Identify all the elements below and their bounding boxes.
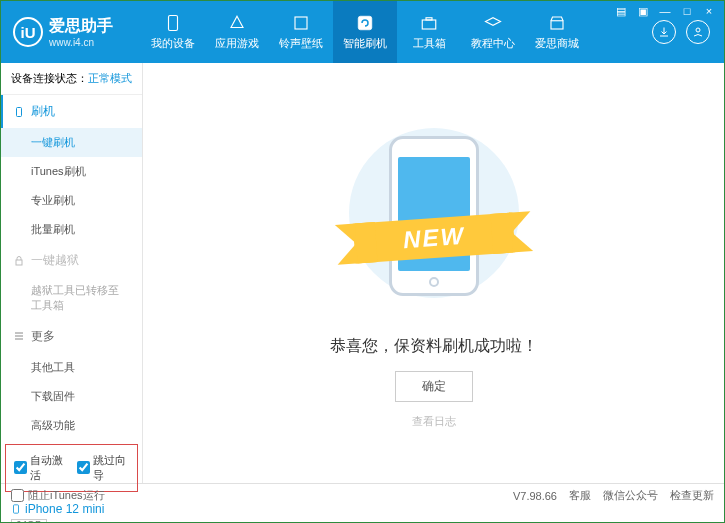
checkbox-label: 自动激活 bbox=[30, 453, 67, 483]
section-label: 一键越狱 bbox=[31, 252, 79, 269]
svg-rect-0 bbox=[169, 16, 178, 31]
nav-my-device[interactable]: 我的设备 bbox=[141, 1, 205, 63]
app-name: 爱思助手 bbox=[49, 16, 113, 37]
menu-icon[interactable]: ▤ bbox=[614, 5, 628, 18]
user-button[interactable] bbox=[686, 20, 710, 44]
phone-icon bbox=[11, 502, 21, 516]
success-message: 恭喜您，保资料刷机成功啦！ bbox=[330, 336, 538, 357]
svg-rect-7 bbox=[17, 107, 22, 116]
checkbox-auto-activate[interactable]: 自动激活 bbox=[14, 453, 67, 483]
wechat-link[interactable]: 微信公众号 bbox=[603, 488, 658, 503]
window-controls: ▤ ▣ — □ × bbox=[614, 5, 716, 18]
section-label: 刷机 bbox=[31, 103, 55, 120]
ok-button[interactable]: 确定 bbox=[395, 371, 473, 402]
sidebar-section-more[interactable]: 更多 bbox=[1, 320, 142, 353]
nav-label: 应用游戏 bbox=[215, 36, 259, 51]
svg-rect-8 bbox=[16, 260, 22, 265]
content-area: NEW 恭喜您，保资料刷机成功啦！ 确定 查看日志 bbox=[143, 63, 724, 483]
logo-icon: iU bbox=[13, 17, 43, 47]
skin-icon[interactable]: ▣ bbox=[636, 5, 650, 18]
nav-label: 爱思商城 bbox=[535, 36, 579, 51]
section-label: 更多 bbox=[31, 328, 55, 345]
status-label: 设备连接状态： bbox=[11, 72, 88, 84]
app-header: ▤ ▣ — □ × iU 爱思助手 www.i4.cn 我的设备 应用游戏 铃声… bbox=[1, 1, 724, 63]
minimize-icon[interactable]: — bbox=[658, 5, 672, 18]
sidebar-item-itunes-flash[interactable]: iTunes刷机 bbox=[1, 157, 142, 186]
svg-rect-1 bbox=[295, 17, 307, 29]
options-row: 自动激活 跳过向导 bbox=[5, 444, 138, 492]
svg-rect-4 bbox=[426, 18, 432, 20]
apps-icon bbox=[227, 13, 247, 33]
maximize-icon[interactable]: □ bbox=[680, 5, 694, 18]
nav-smart-flash[interactable]: 智能刷机 bbox=[333, 1, 397, 63]
logo-area: iU 爱思助手 www.i4.cn bbox=[1, 1, 141, 63]
sidebar-item-other-tools[interactable]: 其他工具 bbox=[1, 353, 142, 382]
main-area: 设备连接状态：正常模式 刷机 一键刷机 iTunes刷机 专业刷机 批量刷机 一… bbox=[1, 63, 724, 483]
svg-rect-3 bbox=[422, 20, 436, 29]
nav-tutorials[interactable]: 教程中心 bbox=[461, 1, 525, 63]
footer-right: V7.98.66 客服 微信公众号 检查更新 bbox=[513, 488, 714, 503]
jailbreak-note: 越狱工具已转移至 工具箱 bbox=[1, 277, 142, 320]
toolbox-icon bbox=[419, 13, 439, 33]
nav-label: 铃声壁纸 bbox=[279, 36, 323, 51]
phone-icon bbox=[13, 106, 25, 118]
checkbox-block-itunes[interactable]: 阻止iTunes运行 bbox=[11, 488, 105, 503]
device-status: 设备连接状态：正常模式 bbox=[1, 63, 142, 95]
phone-icon bbox=[163, 13, 183, 33]
graduation-icon bbox=[483, 13, 503, 33]
sidebar-item-batch-flash[interactable]: 批量刷机 bbox=[1, 215, 142, 244]
svg-rect-2 bbox=[358, 16, 372, 30]
view-log-link[interactable]: 查看日志 bbox=[412, 414, 456, 429]
nav-label: 工具箱 bbox=[413, 36, 446, 51]
store-icon bbox=[547, 13, 567, 33]
nav-label: 智能刷机 bbox=[343, 36, 387, 51]
checkbox-label: 阻止iTunes运行 bbox=[28, 488, 105, 503]
wallpaper-icon bbox=[291, 13, 311, 33]
nav-toolbox[interactable]: 工具箱 bbox=[397, 1, 461, 63]
device-name[interactable]: iPhone 12 mini bbox=[11, 502, 132, 516]
sidebar-item-oneclick-flash[interactable]: 一键刷机 bbox=[1, 128, 142, 157]
nav-label: 我的设备 bbox=[151, 36, 195, 51]
sidebar-section-jailbreak[interactable]: 一键越狱 bbox=[1, 244, 142, 277]
svg-rect-5 bbox=[551, 21, 563, 29]
sidebar-item-download-firmware[interactable]: 下载固件 bbox=[1, 382, 142, 411]
sidebar-item-pro-flash[interactable]: 专业刷机 bbox=[1, 186, 142, 215]
main-nav: 我的设备 应用游戏 铃声壁纸 智能刷机 工具箱 教程中心 爱思商城 bbox=[141, 1, 638, 63]
checkbox-label: 跳过向导 bbox=[93, 453, 130, 483]
device-capacity: 64GB bbox=[11, 519, 47, 523]
check-update-link[interactable]: 检查更新 bbox=[670, 488, 714, 503]
lock-icon bbox=[13, 255, 25, 267]
status-value: 正常模式 bbox=[88, 72, 132, 84]
customer-service-link[interactable]: 客服 bbox=[569, 488, 591, 503]
version-label: V7.98.66 bbox=[513, 490, 557, 502]
menu-icon bbox=[13, 330, 25, 342]
checkbox-skip-guide[interactable]: 跳过向导 bbox=[77, 453, 130, 483]
svg-point-6 bbox=[696, 28, 700, 32]
sidebar: 设备连接状态：正常模式 刷机 一键刷机 iTunes刷机 专业刷机 批量刷机 一… bbox=[1, 63, 143, 483]
app-url: www.i4.cn bbox=[49, 37, 113, 48]
nav-apps[interactable]: 应用游戏 bbox=[205, 1, 269, 63]
svg-rect-9 bbox=[14, 505, 19, 513]
refresh-icon bbox=[355, 13, 375, 33]
sidebar-section-flash[interactable]: 刷机 bbox=[1, 95, 142, 128]
device-name-text: iPhone 12 mini bbox=[25, 502, 104, 516]
nav-ringtones[interactable]: 铃声壁纸 bbox=[269, 1, 333, 63]
success-illustration: NEW bbox=[344, 118, 524, 318]
close-icon[interactable]: × bbox=[702, 5, 716, 18]
download-button[interactable] bbox=[652, 20, 676, 44]
nav-label: 教程中心 bbox=[471, 36, 515, 51]
sidebar-item-advanced[interactable]: 高级功能 bbox=[1, 411, 142, 440]
nav-store[interactable]: 爱思商城 bbox=[525, 1, 589, 63]
